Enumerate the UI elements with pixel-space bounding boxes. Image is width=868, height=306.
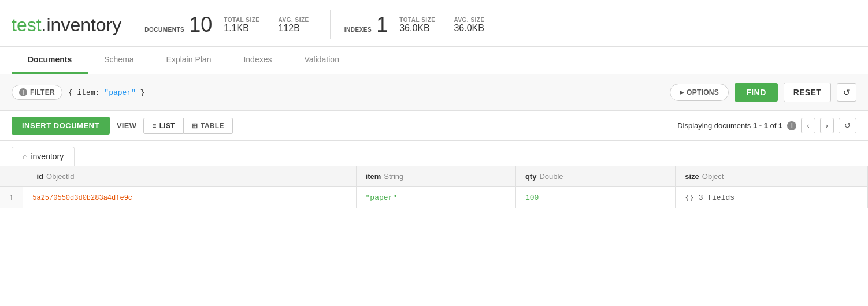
chevron-right-icon: ▶ [680, 89, 684, 95]
reset-button[interactable]: RESET [784, 83, 831, 102]
item-value: "paper" [366, 193, 398, 202]
next-page-button[interactable]: › [820, 118, 834, 133]
insert-document-button[interactable]: INSERT DOCUMENT [12, 117, 110, 135]
filter-info-icon: i [19, 88, 27, 96]
size-value: {} 3 fields [685, 193, 735, 202]
docs-avg-size-value: 112B [279, 23, 300, 33]
indexes-avg-size: AVG. SIZE 36.0KB [454, 17, 484, 33]
list-label: LIST [159, 122, 175, 130]
collection-title: test.inventory [12, 14, 121, 36]
size-column-header: sizeObject [676, 166, 868, 187]
indexes-count-block: INDEXES 1 [344, 14, 388, 35]
filter-button[interactable]: i FILTER [12, 85, 62, 100]
table-section: ⌂ inventory _idObjectId itemString qtyDo… [0, 141, 868, 208]
tab-explain-plan[interactable]: Explain Plan [150, 47, 228, 74]
qty-column-header: qtyDouble [515, 166, 675, 187]
indexes-total-size-value: 36.0KB [399, 23, 429, 33]
collection-tab[interactable]: ⌂ inventory [12, 147, 75, 166]
tabs: Documents Schema Explain Plan Indexes Va… [0, 47, 868, 74]
toolbar: INSERT DOCUMENT VIEW ≡ LIST ⊞ TABLE Disp… [0, 111, 868, 141]
find-button[interactable]: FIND [735, 83, 778, 102]
list-icon: ≡ [152, 122, 156, 130]
documents-count: 10 [189, 14, 212, 35]
pagination-info-icon[interactable]: i [787, 121, 796, 130]
filter-label: FILTER [30, 88, 55, 96]
view-toggle: ≡ LIST ⊞ TABLE [143, 118, 232, 134]
filter-expression: { item: "paper" } [68, 88, 664, 97]
collection-tab-label: inventory [31, 152, 64, 161]
prev-page-button[interactable]: ‹ [801, 118, 815, 133]
docs-avg-size: AVG. SIZE 112B [279, 17, 309, 33]
collection-name: inventory [46, 14, 121, 35]
tab-schema[interactable]: Schema [88, 47, 150, 74]
view-label: VIEW [117, 121, 136, 130]
reload-button[interactable]: ↺ [839, 118, 856, 133]
filter-bar: i FILTER { item: "paper" } ▶ OPTIONS FIN… [0, 74, 868, 111]
docs-total-size: TOTAL SIZE 1.1KB [224, 17, 259, 33]
table-label: TABLE [201, 122, 224, 130]
documents-stats: DOCUMENTS 10 TOTAL SIZE 1.1KB AVG. SIZE … [144, 14, 316, 35]
size-cell: {} 3 fields [676, 187, 868, 208]
qty-value: 100 [525, 193, 539, 202]
options-label: OPTIONS [687, 88, 719, 96]
row-num-header [0, 166, 23, 187]
list-view-button[interactable]: ≡ LIST [143, 118, 184, 134]
id-cell: 5a2570550d3d0b283a4dfe9c [23, 187, 356, 208]
data-table: _idObjectId itemString qtyDouble sizeObj… [0, 166, 868, 208]
item-column-header: itemString [356, 166, 515, 187]
documents-label: DOCUMENTS [144, 27, 184, 33]
house-icon: ⌂ [23, 152, 27, 161]
indexes-total-size-label: TOTAL SIZE [399, 17, 435, 23]
tab-validation[interactable]: Validation [288, 47, 355, 74]
indexes-avg-size-label: AVG. SIZE [454, 17, 484, 23]
tab-indexes[interactable]: Indexes [227, 47, 288, 74]
header: test.inventory DOCUMENTS 10 TOTAL SIZE 1… [0, 0, 868, 47]
indexes-count: 1 [376, 14, 388, 35]
documents-count-block: DOCUMENTS 10 [144, 14, 212, 35]
table-header-row: _idObjectId itemString qtyDouble sizeObj… [0, 166, 868, 187]
docs-avg-size-label: AVG. SIZE [279, 17, 309, 23]
table-view-button[interactable]: ⊞ TABLE [184, 118, 233, 134]
docs-total-size-value: 1.1KB [224, 23, 249, 33]
tab-documents[interactable]: Documents [12, 47, 88, 74]
id-column-header: _idObjectId [23, 166, 356, 187]
row-number: 1 [0, 187, 23, 208]
document-pagination: Displaying documents 1 - 1 of 1 i ‹ › ↺ [677, 118, 856, 133]
stats-divider [330, 10, 331, 39]
options-button[interactable]: ▶ OPTIONS [670, 84, 729, 101]
indexes-avg-size-value: 36.0KB [454, 23, 484, 33]
indexes-sub-stats: TOTAL SIZE 36.0KB AVG. SIZE 36.0KB [399, 17, 491, 33]
table-icon: ⊞ [192, 122, 198, 130]
qty-cell: 100 [515, 187, 675, 208]
table-row: 1 5a2570550d3d0b283a4dfe9c "paper" 100 {… [0, 187, 868, 208]
display-text: Displaying documents 1 - 1 of 1 [677, 121, 782, 130]
docs-total-size-label: TOTAL SIZE [224, 17, 259, 23]
indexes-label: INDEXES [344, 27, 372, 33]
indexes-total-size: TOTAL SIZE 36.0KB [399, 17, 435, 33]
indexes-stats: INDEXES 1 TOTAL SIZE 36.0KB AVG. SIZE 36… [344, 14, 492, 35]
documents-sub-stats: TOTAL SIZE 1.1KB AVG. SIZE 112B [224, 17, 316, 33]
object-id-value[interactable]: 5a2570550d3d0b283a4dfe9c [32, 194, 132, 202]
db-name: test [12, 14, 42, 35]
item-cell: "paper" [356, 187, 515, 208]
refresh-button[interactable]: ↺ [837, 83, 856, 102]
